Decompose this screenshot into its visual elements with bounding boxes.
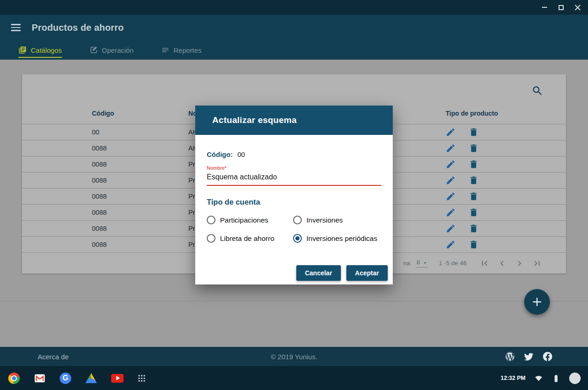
trash-icon bbox=[469, 175, 479, 185]
edit-icon bbox=[446, 240, 456, 250]
edit-icon bbox=[446, 223, 456, 234]
trash-icon bbox=[469, 207, 479, 217]
apps-grid-icon[interactable] bbox=[138, 374, 146, 382]
edit-button[interactable] bbox=[446, 159, 456, 169]
edit-button[interactable] bbox=[446, 207, 456, 217]
close-button[interactable] bbox=[571, 1, 583, 13]
edit-icon bbox=[446, 143, 456, 153]
cancel-button[interactable]: Cancelar bbox=[296, 265, 341, 281]
radio-label: Inversiones bbox=[306, 216, 343, 224]
tab-label: Catálogos bbox=[31, 46, 62, 54]
cell-codigo: 0088 bbox=[92, 177, 107, 184]
accept-button[interactable]: Aceptar bbox=[346, 265, 388, 281]
maximize-icon bbox=[559, 5, 564, 10]
menu-button[interactable] bbox=[11, 24, 21, 31]
trash-icon bbox=[469, 159, 479, 169]
previous-page-button[interactable] bbox=[497, 258, 507, 268]
account-type-options: Participaciones Inversiones Libreta de a… bbox=[207, 216, 381, 243]
hamburger-icon bbox=[11, 24, 21, 25]
minimize-icon bbox=[542, 7, 547, 8]
edit-button[interactable] bbox=[446, 175, 456, 185]
tab-reportes[interactable]: Reportes bbox=[161, 40, 202, 60]
search-button[interactable] bbox=[531, 84, 544, 97]
trash-icon bbox=[469, 240, 479, 250]
radio-icon bbox=[293, 216, 302, 224]
tipo-cuenta-heading: Tipo de cuenta bbox=[207, 198, 381, 206]
page-size-select[interactable]: 8 ▼ bbox=[416, 259, 428, 267]
dropdown-caret-icon: ▼ bbox=[423, 261, 427, 266]
edit-icon bbox=[446, 191, 456, 201]
delete-button[interactable] bbox=[469, 240, 479, 250]
radio-inversiones[interactable]: Inversiones bbox=[293, 216, 381, 224]
next-page-button[interactable] bbox=[514, 258, 525, 268]
youtube-icon[interactable] bbox=[111, 374, 124, 383]
cell-codigo: 00 bbox=[92, 128, 99, 136]
edit-button[interactable] bbox=[446, 143, 456, 153]
twitter-icon[interactable] bbox=[524, 352, 533, 361]
edit-icon bbox=[446, 207, 456, 217]
add-scheme-fab[interactable] bbox=[524, 289, 550, 315]
update-scheme-dialog: Actualizar esquema Código: 00 Nombre* Ti… bbox=[195, 106, 393, 284]
reports-icon bbox=[161, 46, 170, 54]
catalogs-icon bbox=[18, 46, 27, 54]
first-page-icon bbox=[480, 258, 490, 268]
facebook-icon[interactable] bbox=[543, 352, 552, 361]
radio-inversiones-periodicas[interactable]: Inversiones periódicas bbox=[293, 234, 381, 243]
cell-codigo: 0088 bbox=[92, 161, 107, 168]
edit-button[interactable] bbox=[446, 191, 456, 201]
chevron-left-icon bbox=[497, 258, 507, 268]
chevron-right-icon bbox=[514, 258, 525, 268]
header-codigo: Código bbox=[92, 110, 114, 117]
cell-nombre: Pr bbox=[188, 193, 195, 200]
tab-catalogos[interactable]: Catálogos bbox=[18, 40, 62, 60]
trash-icon bbox=[469, 143, 479, 153]
cell-nombre: Pr bbox=[188, 225, 195, 232]
edit-button[interactable] bbox=[446, 127, 456, 137]
plus-icon bbox=[532, 297, 542, 307]
edit-button[interactable] bbox=[446, 240, 456, 250]
delete-button[interactable] bbox=[469, 191, 479, 201]
last-page-button[interactable] bbox=[532, 258, 542, 268]
gmail-icon[interactable] bbox=[34, 373, 45, 384]
maximize-button[interactable] bbox=[555, 1, 567, 13]
minimize-button[interactable] bbox=[538, 1, 550, 13]
radio-libreta-de-ahorro[interactable]: Libreta de ahorro bbox=[207, 234, 293, 243]
delete-button[interactable] bbox=[469, 223, 479, 234]
status-tray[interactable]: 12:32 PM bbox=[501, 373, 581, 384]
trash-icon bbox=[469, 127, 479, 137]
screen: Productos de ahorro Catálogos Operación … bbox=[0, 0, 588, 390]
footer: Acerca de © 2019 Yunius. bbox=[0, 347, 588, 366]
cell-codigo: 0088 bbox=[92, 145, 107, 152]
radio-icon bbox=[207, 234, 215, 243]
edit-button[interactable] bbox=[446, 223, 456, 234]
google-icon[interactable]: G bbox=[60, 373, 71, 384]
radio-label: Inversiones periódicas bbox=[306, 234, 377, 243]
delete-button[interactable] bbox=[469, 159, 479, 169]
drive-icon[interactable] bbox=[85, 373, 97, 383]
cell-nombre: Pr bbox=[188, 209, 195, 216]
edit-icon bbox=[446, 175, 456, 185]
tab-operacion[interactable]: Operación bbox=[90, 40, 134, 60]
delete-button[interactable] bbox=[469, 127, 479, 137]
radio-icon bbox=[207, 216, 215, 224]
nav-tabs: Catálogos Operación Reportes bbox=[0, 40, 588, 60]
account-avatar bbox=[569, 373, 581, 384]
dialog-title: Actualizar esquema bbox=[212, 115, 297, 125]
cell-nombre: Pr bbox=[188, 241, 195, 248]
radio-participaciones[interactable]: Participaciones bbox=[207, 216, 293, 224]
cell-codigo: 0088 bbox=[92, 209, 107, 216]
chrome-icon[interactable] bbox=[8, 373, 20, 384]
delete-button[interactable] bbox=[469, 175, 479, 185]
operation-icon bbox=[90, 46, 98, 54]
wordpress-icon[interactable] bbox=[505, 352, 514, 361]
cell-codigo: 0088 bbox=[92, 193, 107, 200]
edit-icon bbox=[446, 159, 456, 169]
delete-button[interactable] bbox=[469, 207, 479, 217]
first-page-button[interactable] bbox=[480, 258, 490, 268]
nombre-input[interactable] bbox=[207, 171, 381, 186]
about-link[interactable]: Acerca de bbox=[38, 353, 69, 361]
cell-codigo: 0088 bbox=[92, 241, 107, 248]
codigo-label: Código: bbox=[207, 150, 233, 158]
delete-button[interactable] bbox=[469, 143, 479, 153]
copyright-text: © 2019 Yunius. bbox=[271, 353, 317, 361]
